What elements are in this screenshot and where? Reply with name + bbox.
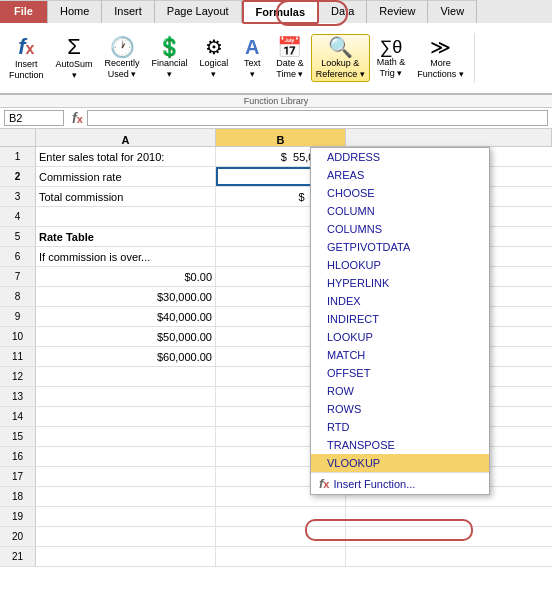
- autosum-button[interactable]: Σ AutoSum▾: [51, 33, 98, 84]
- menu-item-transpose[interactable]: TRANSPOSE: [311, 436, 489, 454]
- more-functions-button[interactable]: ≫ MoreFunctions ▾: [412, 34, 469, 83]
- table-row: 20: [0, 527, 552, 547]
- col-header-b[interactable]: B: [216, 129, 346, 146]
- text-label: Text▾: [244, 58, 261, 80]
- menu-item-offset[interactable]: OFFSET: [311, 364, 489, 382]
- text-button[interactable]: A Text▾: [235, 34, 269, 83]
- math-icon: ∑θ: [380, 38, 403, 56]
- tab-page-layout[interactable]: Page Layout: [155, 0, 242, 23]
- name-box[interactable]: [4, 110, 64, 126]
- logical-label: Logical▾: [200, 58, 229, 80]
- menu-item-vlookup[interactable]: VLOOKUP: [311, 454, 489, 472]
- insert-function-label: InsertFunction: [9, 59, 44, 81]
- lookup-reference-button[interactable]: 🔍 Lookup &Reference ▾: [311, 34, 370, 83]
- menu-item-areas[interactable]: AREAS: [311, 166, 489, 184]
- insert-function-link: Insert Function...: [333, 478, 415, 490]
- menu-item-column[interactable]: COLUMN: [311, 202, 489, 220]
- logical-icon: ⚙: [205, 37, 223, 57]
- row-num-5: 5: [0, 227, 36, 246]
- row-num-3: 3: [0, 187, 36, 206]
- function-library-label: Function Library: [0, 95, 552, 108]
- menu-item-hyperlink[interactable]: HYPERLINK: [311, 274, 489, 292]
- fx-label: fx: [72, 110, 83, 126]
- menu-item-rtd[interactable]: RTD: [311, 418, 489, 436]
- more-icon: ≫: [430, 37, 451, 57]
- formula-bar: fx: [0, 108, 552, 129]
- tab-review[interactable]: Review: [367, 0, 428, 23]
- cell-a4[interactable]: [36, 207, 216, 226]
- cell-a2[interactable]: Commission rate: [36, 167, 216, 186]
- row-num-11: 11: [0, 347, 36, 366]
- recently-used-button[interactable]: 🕐 RecentlyUsed ▾: [100, 34, 145, 83]
- tab-insert[interactable]: Insert: [102, 0, 155, 23]
- lookup-reference-label: Lookup &Reference ▾: [316, 58, 365, 80]
- table-row: 21: [0, 547, 552, 567]
- financial-button[interactable]: 💲 Financial▾: [147, 34, 193, 83]
- menu-item-address[interactable]: ADDRESS: [311, 148, 489, 166]
- cell-a7[interactable]: $0.00: [36, 267, 216, 286]
- table-row: 19: [0, 507, 552, 527]
- row-num-4: 4: [0, 207, 36, 226]
- menu-item-choose[interactable]: CHOOSE: [311, 184, 489, 202]
- logical-button[interactable]: ⚙ Logical▾: [195, 34, 234, 83]
- lookup-dropdown: ADDRESS AREAS CHOOSE COLUMN COLUMNS GETP…: [310, 147, 490, 495]
- row-num-6: 6: [0, 247, 36, 266]
- date-time-button[interactable]: 📅 Date &Time ▾: [271, 34, 309, 83]
- menu-item-match[interactable]: MATCH: [311, 346, 489, 364]
- financial-label: Financial▾: [152, 58, 188, 80]
- menu-item-row[interactable]: ROW: [311, 382, 489, 400]
- sigma-icon: Σ: [67, 36, 81, 58]
- lookup-icon: 🔍: [328, 37, 353, 57]
- row-num-1: 1: [0, 147, 36, 166]
- text-icon: A: [245, 37, 259, 57]
- menu-item-indirect[interactable]: INDIRECT: [311, 310, 489, 328]
- cell-a3[interactable]: Total commission: [36, 187, 216, 206]
- menu-item-hlookup[interactable]: HLOOKUP: [311, 256, 489, 274]
- more-functions-label: MoreFunctions ▾: [417, 58, 464, 80]
- row-num-9: 9: [0, 307, 36, 326]
- fx-icon: fx: [18, 36, 34, 58]
- clock-icon: 🕐: [110, 37, 135, 57]
- row-num-header: [0, 129, 36, 146]
- date-time-label: Date &Time ▾: [276, 58, 304, 80]
- recently-used-label: RecentlyUsed ▾: [105, 58, 140, 80]
- calendar-icon: 📅: [277, 37, 302, 57]
- cell-a8[interactable]: $30,000.00: [36, 287, 216, 306]
- financial-icon: 💲: [157, 37, 182, 57]
- row-num-7: 7: [0, 267, 36, 286]
- menu-item-getpivotdata[interactable]: GETPIVOTDATA: [311, 238, 489, 256]
- cell-a9[interactable]: $40,000.00: [36, 307, 216, 326]
- cell-a6[interactable]: If commission is over...: [36, 247, 216, 266]
- menu-item-columns[interactable]: COLUMNS: [311, 220, 489, 238]
- row-num-2: 2: [0, 167, 36, 186]
- math-trig-button[interactable]: ∑θ Math &Trig ▾: [372, 35, 411, 82]
- cell-a10[interactable]: $50,000.00: [36, 327, 216, 346]
- cell-a5[interactable]: Rate Table: [36, 227, 216, 246]
- col-header-a[interactable]: A: [36, 129, 216, 146]
- row-num-10: 10: [0, 327, 36, 346]
- row-num-8: 8: [0, 287, 36, 306]
- tab-home[interactable]: Home: [48, 0, 102, 23]
- tab-formulas[interactable]: Formulas: [242, 0, 320, 24]
- menu-item-index[interactable]: INDEX: [311, 292, 489, 310]
- cell-a11[interactable]: $60,000.00: [36, 347, 216, 366]
- insert-function-button[interactable]: fx InsertFunction: [4, 33, 49, 84]
- autosum-label: AutoSum▾: [56, 59, 93, 81]
- menu-item-lookup[interactable]: LOOKUP: [311, 328, 489, 346]
- math-trig-label: Math &Trig ▾: [377, 57, 406, 79]
- tab-file[interactable]: File: [0, 0, 48, 23]
- formula-input[interactable]: [87, 110, 548, 126]
- cell-a1[interactable]: Enter sales total for 2010:: [36, 147, 216, 166]
- tab-view[interactable]: View: [428, 0, 477, 23]
- menu-item-rows[interactable]: ROWS: [311, 400, 489, 418]
- tab-data[interactable]: Data: [319, 0, 367, 23]
- insert-function-row[interactable]: fx Insert Function...: [311, 472, 489, 494]
